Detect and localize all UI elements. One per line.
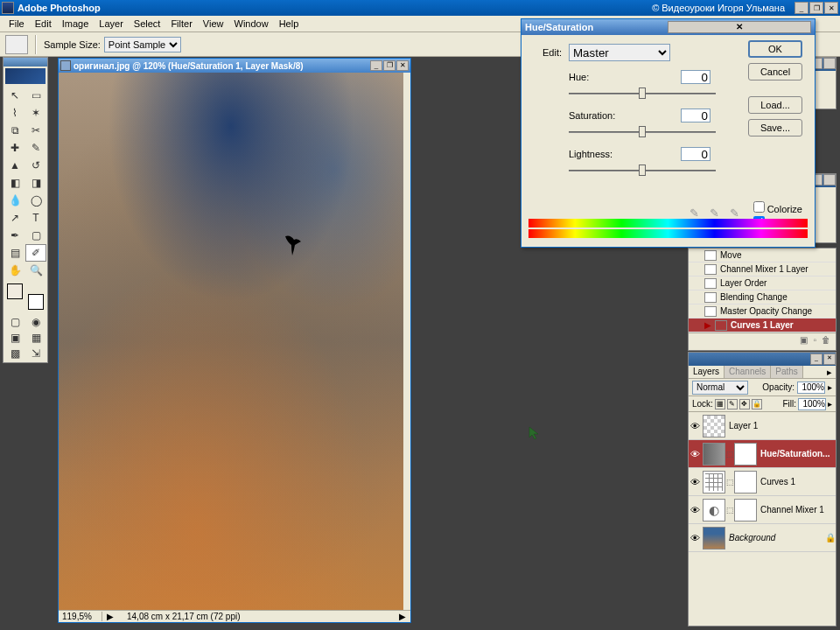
save-button[interactable]: Save... [748,119,802,136]
dialog-close-button[interactable]: ✕ [668,21,812,33]
layer-row[interactable]: 👁 ⬚ Channel Mixer 1 [689,496,836,524]
menu-file[interactable]: File [4,17,30,31]
history-item[interactable]: Blending Change [689,290,836,304]
minimize-button[interactable]: _ [794,2,808,14]
ok-button[interactable]: OK [748,40,802,58]
edit-select[interactable]: Master [569,44,670,61]
foreground-color[interactable] [7,284,23,299]
visibility-icon[interactable]: 👁 [689,505,701,515]
visibility-icon[interactable]: 👁 [689,533,701,543]
layer-name[interactable]: Background [725,533,825,542]
history-item-active[interactable]: ▶Curves 1 Layer [689,318,836,332]
status-scroll-icon[interactable]: ▶ [395,612,410,621]
mask-thumbnail[interactable] [734,499,757,522]
brush-tool[interactable]: ✎ [25,139,46,157]
history-item[interactable]: Master Opacity Change [689,304,836,318]
slice-tool[interactable]: ✂ [25,122,46,139]
link-icon[interactable]: ⬚ [725,450,734,458]
wand-tool[interactable]: ✶ [25,104,46,122]
doc-close-button[interactable]: ✕ [396,60,409,71]
screen-mode-3[interactable]: ▩ [4,346,25,361]
gradient-tool[interactable]: ◨ [25,174,46,192]
path-tool[interactable]: ↗ [4,209,25,227]
status-menu-icon[interactable]: ▶ [102,612,118,621]
eyedropper-sub-icon[interactable]: ✎ [730,206,739,220]
marquee-tool[interactable]: ▭ [25,87,46,104]
panel-close-icon[interactable] [823,58,836,69]
blur-tool[interactable]: 💧 [4,192,25,209]
panel-close-button[interactable]: ✕ [823,354,836,365]
menu-help[interactable]: Help [274,17,304,31]
fill-input[interactable] [798,398,826,410]
tab-layers[interactable]: Layers [689,366,724,378]
move-tool[interactable]: ↖ [4,87,25,104]
layer-row[interactable]: 👁 Layer 1 [689,412,836,440]
opacity-input[interactable] [797,382,825,394]
layer-thumbnail[interactable] [703,527,725,550]
stamp-tool[interactable]: ▲ [4,157,25,174]
doc-minimize-button[interactable]: _ [370,60,382,71]
tab-channels[interactable]: Channels [724,366,771,378]
menu-view[interactable]: View [198,17,229,31]
imageready-jump[interactable]: ⇲ [25,346,46,361]
mask-thumbnail[interactable] [734,443,757,466]
document-canvas[interactable] [59,73,403,610]
blend-mode-select[interactable]: Normal [692,381,748,395]
saturation-slider[interactable] [569,126,716,138]
colorize-checkbox[interactable]: Colorize [753,201,802,214]
fill-flyout-icon[interactable]: ▸ [828,399,832,409]
notes-tool[interactable]: ▤ [4,244,25,262]
hue-slider[interactable] [569,88,716,100]
eraser-tool[interactable]: ◧ [4,174,25,192]
layer-row-active[interactable]: 👁 ⬚ Hue/Saturation... [689,440,836,468]
background-color[interactable] [28,294,44,310]
panel-menu-icon[interactable]: ▸ [823,366,836,378]
adjustment-thumbnail[interactable] [703,443,725,466]
shape-tool[interactable]: ▢ [25,227,46,244]
history-brush-tool[interactable]: ↺ [25,157,46,174]
close-button[interactable]: ✕ [824,2,838,14]
document-titlebar[interactable]: оригинал.jpg @ 120% (Hue/Saturation 1, L… [59,59,410,73]
adjustment-thumbnail[interactable] [703,499,725,522]
tab-paths[interactable]: Paths [771,366,803,378]
dialog-titlebar[interactable]: Hue/Saturation ✕ [522,19,815,35]
menu-layer[interactable]: Layer [94,17,129,31]
crop-tool[interactable]: ⧉ [4,122,25,139]
doc-maximize-button[interactable]: ❐ [383,60,396,71]
link-icon[interactable]: ⬚ [725,478,734,486]
toolbox-drag-handle[interactable] [4,58,47,66]
current-tool-preview[interactable] [5,35,28,54]
hue-input[interactable] [681,70,710,84]
lock-position-icon[interactable]: ✥ [739,399,750,410]
screen-mode-2[interactable]: ▦ [25,330,46,346]
opacity-flyout-icon[interactable]: ▸ [828,382,832,392]
visibility-icon[interactable]: 👁 [689,477,701,487]
menu-window[interactable]: Window [229,17,274,31]
color-swatches[interactable] [7,284,44,310]
panel-minimize-button[interactable]: _ [810,354,822,365]
lock-transparency-icon[interactable]: ▦ [715,399,725,410]
new-state-icon[interactable]: ▫ [813,335,816,345]
layer-row[interactable]: 👁 ⬚ Curves 1 [689,468,836,496]
eyedropper-icon[interactable]: ✎ [690,206,699,220]
adjustment-thumbnail[interactable] [703,471,725,494]
lightness-input[interactable] [681,147,710,161]
eyedropper-add-icon[interactable]: ✎ [710,206,719,220]
zoom-tool[interactable]: 🔍 [25,262,46,279]
visibility-icon[interactable]: 👁 [689,421,701,431]
layer-name[interactable]: Layer 1 [725,421,836,430]
heal-tool[interactable]: ✚ [4,139,25,157]
layer-row-background[interactable]: 👁 Background 🔒 [689,524,836,552]
visibility-icon[interactable]: 👁 [689,449,701,459]
cancel-button[interactable]: Cancel [748,63,802,80]
mask-thumbnail[interactable] [734,471,757,494]
screen-mode-1[interactable]: ▣ [4,330,25,346]
layer-name[interactable]: Curves 1 [757,477,836,486]
eyedropper-tool[interactable]: ✐ [25,244,46,262]
layers-panel-titlebar[interactable]: _ ✕ [689,353,836,366]
menu-edit[interactable]: Edit [30,17,57,31]
menu-image[interactable]: Image [57,17,94,31]
load-button[interactable]: Load... [748,96,802,114]
menu-filter[interactable]: Filter [165,17,197,31]
sample-size-select[interactable]: Point Sample [104,37,181,52]
